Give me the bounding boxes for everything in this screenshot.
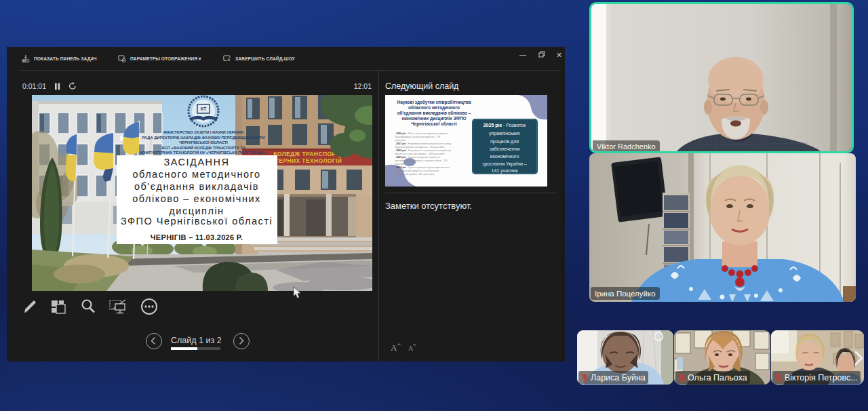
svg-text:КТ: КТ — [201, 106, 207, 111]
svg-text:дисциплін: дисциплін — [169, 206, 224, 216]
svg-text:2025 рік - Розвиток: 2025 рік - Розвиток — [484, 123, 527, 128]
svg-text:забезпечення: забезпечення — [490, 146, 520, 151]
svg-text:- 2020 рік - Якість освітнього: - 2020 рік - Якість освітнього процесу в… — [395, 132, 448, 135]
svg-text:зростання України –: зростання України – — [482, 161, 527, 167]
svg-text:ЗФПО Чернігівської області: ЗФПО Чернігівської області — [121, 216, 273, 227]
svg-text:- 2024 рік - Сучасні критерії: - 2024 рік - Сучасні критерії оцінки ефе… — [395, 166, 450, 169]
svg-text:A: A — [391, 342, 397, 353]
svg-text:об'єднання викладачів: об'єднання викладачів — [134, 181, 259, 192]
svg-text:учасників;: учасників; — [395, 139, 406, 142]
svg-text:- 2022 рік - Регулювання та ро: - 2022 рік - Регулювання та розвиток еко… — [395, 149, 451, 152]
svg-text:господарських процесів в неста: господарських процесів в нестабільних — [395, 170, 439, 172]
svg-text:управлінських: управлінських — [489, 131, 520, 136]
svg-text:A: A — [408, 345, 414, 352]
svg-text:України в умовах конкуренції –: України в умовах конкуренції – 90 учасни… — [395, 146, 445, 149]
svg-text:економічного: економічного — [490, 154, 519, 159]
svg-text:економічних перетворень в умов: економічних перетворень в умовах війни –… — [395, 159, 448, 162]
svg-text:економічних умовах -124 учасни: економічних умовах -124 учасники; — [395, 173, 435, 176]
svg-text:об'єднання викладачів обліково: об'єднання викладачів обліково – — [397, 111, 471, 116]
svg-text:обласного методичного: обласного методичного — [132, 169, 260, 180]
svg-text:процесів для: процесів для — [490, 139, 519, 144]
svg-text:РАДА ДИРЕКТОРІВ ЗАКЛАДІВ ФАХОВ: РАДА ДИРЕКТОРІВ ЗАКЛАДІВ ФАХОВОЇ ПЕРЕДВИ… — [142, 136, 265, 140]
svg-text:обласного методичного: обласного методичного — [408, 105, 460, 111]
svg-text:МІНІСТЕРСТВО ОСВІТИ І НАУКИ УК: МІНІСТЕРСТВО ОСВІТИ І НАУКИ УКРАЇНИ — [163, 130, 243, 134]
svg-text:обліково – економічних: обліково – економічних — [132, 193, 261, 204]
svg-text:- 2021 рік - Напрями розвитку: - 2021 рік - Напрями розвитку внутрішньо… — [395, 142, 452, 145]
svg-text:економічних дисциплін ЗФПО: економічних дисциплін ЗФПО — [401, 116, 466, 121]
svg-text:ЧЕРНІГІВСЬКОЇ ОБЛАСТІ: ЧЕРНІГІВСЬКОЇ ОБЛАСТІ — [179, 140, 228, 144]
svg-text:ЧЕРНІГІВ – 11.03.2026 Р.: ЧЕРНІГІВ – 11.03.2026 Р. — [151, 233, 243, 241]
svg-text:141 учасник: 141 учасник — [491, 168, 518, 174]
svg-text:трансформації суспільних відно: трансформації суспільних відносин – 99 — [395, 136, 440, 138]
svg-text:Наукові здобутки співробітницт: Наукові здобутки співробітництва — [397, 100, 471, 105]
svg-text:ВСП «ФАХОВИЙ КОЛЕДЖ ТРАНСПОРТУ: ВСП «ФАХОВИЙ КОЛЕДЖ ТРАНСПОРТУ ТА — [161, 145, 245, 150]
svg-text:КОМП'ЮТЕРНИХ ТЕХНОЛОГІЙ НУ «ЧЕ: КОМП'ЮТЕРНИХ ТЕХНОЛОГІЙ НУ «ЧЕРНІГІВСЬКА… — [140, 150, 267, 155]
svg-text:- 2023 рік - Сучасні тенденції: - 2023 рік - Сучасні тенденції соціально… — [395, 156, 441, 159]
svg-text:ЗАСІДАННЯ: ЗАСІДАННЯ — [163, 157, 229, 168]
svg-text:процесів в сучасних умовах – 1: процесів в сучасних умовах – 108 учасник… — [395, 153, 445, 155]
svg-text:Чернігівської області: Чернігівської області — [411, 121, 457, 127]
svg-text:учасників;: учасників; — [395, 163, 406, 165]
